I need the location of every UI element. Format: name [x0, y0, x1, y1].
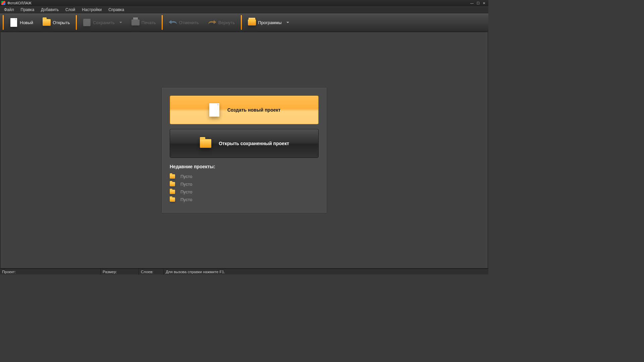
open-button[interactable]: Открыть: [38, 14, 74, 31]
create-new-project-button[interactable]: Создать новый проект: [170, 96, 319, 124]
recent-projects-list: Пусто Пусто Пусто Пусто: [170, 173, 319, 203]
toolbar-separator: [241, 15, 242, 30]
open-saved-project-button[interactable]: Открыть сохраненный проект: [170, 129, 319, 158]
new-file-icon: [10, 18, 18, 26]
print-button-label: Печать: [142, 20, 156, 25]
recent-project-item[interactable]: Пусто: [170, 196, 319, 203]
save-button-label: Сохранить: [93, 20, 115, 25]
menu-help[interactable]: Справка: [105, 7, 127, 13]
create-new-project-label: Создать новый проект: [227, 107, 281, 113]
recent-project-item[interactable]: Пусто: [170, 180, 319, 188]
programs-button-label: Программы: [258, 20, 281, 25]
save-button: Сохранить: [78, 14, 127, 31]
folder-icon: [170, 197, 175, 202]
programs-button[interactable]: Программы: [243, 14, 293, 31]
save-icon: [83, 18, 91, 26]
undo-button-label: Отменить: [179, 20, 199, 25]
dropdown-caret-icon: [286, 22, 289, 23]
welcome-panel: Создать новый проект Открыть сохраненный…: [161, 87, 327, 213]
minimize-button[interactable]: —: [469, 1, 475, 5]
menu-edit[interactable]: Правка: [17, 7, 38, 13]
redo-icon: [208, 18, 216, 26]
app-title: ФотоКОЛЛАЖ: [7, 1, 32, 5]
toolbar-separator: [3, 15, 4, 30]
new-button-label: Новый: [20, 20, 33, 25]
workspace: Создать новый проект Открыть сохраненный…: [0, 32, 488, 268]
recent-project-item[interactable]: Пусто: [170, 188, 319, 196]
recent-project-label: Пусто: [180, 189, 192, 194]
menu-layer[interactable]: Слой: [62, 7, 78, 13]
print-button: Печать: [127, 14, 161, 31]
app-icon: [1, 1, 5, 5]
recent-projects-heading: Недавние проекты:: [170, 164, 319, 169]
folder-icon: [170, 182, 175, 186]
close-button[interactable]: ✕: [481, 1, 487, 5]
status-project: Проект:: [0, 269, 101, 275]
print-icon: [131, 18, 140, 26]
folder-open-icon: [43, 18, 51, 26]
status-size: Размер:: [101, 269, 139, 275]
redo-button-label: Вернуть: [218, 20, 235, 25]
maximize-button[interactable]: ☐: [475, 1, 481, 5]
recent-project-item[interactable]: Пусто: [170, 173, 319, 180]
box-icon: [248, 18, 256, 26]
folder-open-icon: [199, 136, 212, 151]
toolbar-separator: [76, 15, 77, 30]
titlebar: ФотоКОЛЛАЖ — ☐ ✕: [0, 0, 488, 6]
menubar: Файл Правка Добавить Слой Настройки Спра…: [0, 6, 488, 13]
status-layers: Слоев:: [139, 269, 164, 275]
dropdown-caret-icon: [119, 22, 122, 23]
menu-settings[interactable]: Настройки: [78, 7, 105, 13]
open-button-label: Открыть: [53, 20, 70, 25]
statusbar: Проект: Размер: Слоев: Для вызова справк…: [0, 268, 488, 275]
folder-icon: [170, 174, 175, 179]
menu-add[interactable]: Добавить: [38, 7, 62, 13]
recent-project-label: Пусто: [180, 197, 192, 202]
menu-file[interactable]: Файл: [1, 7, 17, 13]
status-help: Для вызова справки нажмите F1.: [164, 269, 488, 275]
undo-button: Отменить: [164, 14, 203, 31]
open-saved-project-label: Открыть сохраненный проект: [219, 141, 289, 146]
new-button[interactable]: Новый: [5, 14, 38, 31]
toolbar-separator: [162, 15, 163, 30]
redo-button: Вернуть: [204, 14, 240, 31]
undo-icon: [169, 18, 177, 26]
toolbar: Новый Открыть Сохранить Печать Отменить …: [0, 13, 488, 32]
folder-icon: [170, 190, 175, 194]
recent-project-label: Пусто: [180, 174, 192, 179]
recent-project-label: Пусто: [180, 182, 192, 187]
new-file-icon: [208, 103, 221, 117]
